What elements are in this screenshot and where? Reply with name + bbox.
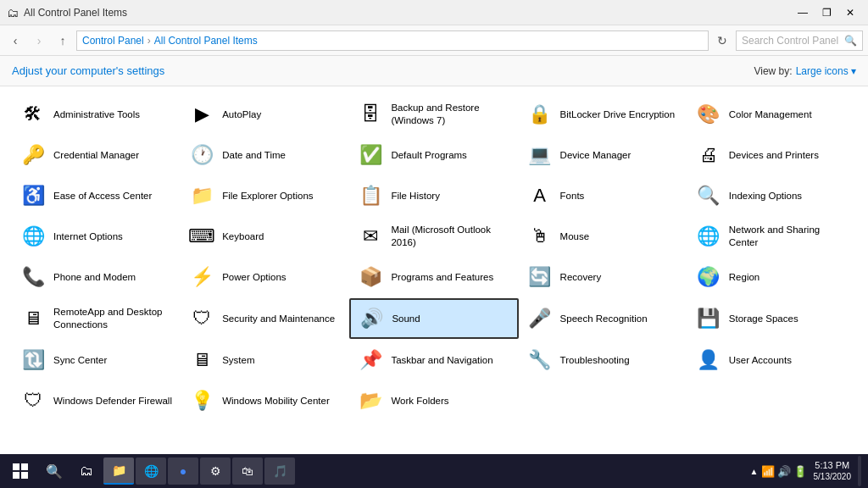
control-item-administrative-tools[interactable]: 🛠Administrative Tools (12, 95, 181, 134)
minimize-button[interactable]: — (792, 4, 814, 21)
path-control-panel[interactable]: Control Panel (82, 35, 144, 47)
up-button[interactable]: ↑ (53, 30, 73, 51)
store-taskbar[interactable]: 🛍 (232, 458, 263, 485)
work-folders-label: Work Folders (391, 395, 448, 408)
control-item-windows-mobility[interactable]: 💡Windows Mobility Center (181, 381, 349, 420)
control-item-internet-options[interactable]: 🌐Internet Options (12, 217, 181, 256)
address-bar: ‹ › ↑ Control Panel › All Control Panel … (0, 25, 868, 56)
windows-defender-label: Windows Defender Firewall (53, 395, 172, 408)
media-taskbar[interactable]: 🎵 (264, 458, 295, 485)
control-item-keyboard[interactable]: ⌨Keyboard (181, 217, 349, 256)
maximize-button[interactable]: ❐ (815, 4, 837, 21)
control-item-fonts[interactable]: AFonts (519, 176, 687, 215)
control-item-taskbar-nav[interactable]: 📌Taskbar and Navigation (349, 341, 518, 380)
tray-volume[interactable]: 🔊 (777, 465, 791, 478)
path-all-items[interactable]: All Control Panel Items (154, 35, 258, 47)
keyboard-label: Keyboard (222, 230, 264, 243)
view-by-value[interactable]: Large icons ▾ (796, 65, 856, 77)
device-manager-icon: 💻 (526, 141, 554, 169)
control-item-recovery[interactable]: 🔄Recovery (519, 258, 687, 297)
backup-restore-label: Backup and Restore (Windows 7) (391, 102, 510, 127)
control-item-network-sharing[interactable]: 🌐Network and Sharing Center (687, 217, 856, 256)
default-programs-label: Default Programs (391, 149, 466, 162)
phone-modem-icon: 📞 (19, 263, 47, 291)
control-item-storage-spaces[interactable]: 💾Storage Spaces (687, 298, 856, 339)
keyboard-icon: ⌨ (188, 223, 215, 250)
devices-printers-icon: 🖨 (695, 141, 722, 169)
control-item-ease-of-access[interactable]: ♿Ease of Access Center (12, 176, 181, 215)
control-item-troubleshooting[interactable]: 🔧Troubleshooting (519, 341, 687, 380)
start-button[interactable] (3, 456, 37, 486)
clock[interactable]: 5:13 PM 5/13/2020 (810, 460, 855, 481)
control-item-region[interactable]: 🌍Region (687, 258, 856, 297)
devices-printers-label: Devices and Printers (729, 149, 819, 162)
control-item-bitlocker[interactable]: 🔒BitLocker Drive Encryption (519, 95, 687, 134)
control-item-default-programs[interactable]: ✅Default Programs (349, 136, 518, 175)
mouse-icon: 🖱 (526, 223, 554, 250)
credential-manager-icon: 🔑 (19, 141, 47, 169)
view-by: View by: Large icons ▾ (754, 65, 856, 77)
control-item-security-maintenance[interactable]: 🛡Security and Maintenance (181, 298, 349, 339)
backup-restore-icon: 🗄 (357, 101, 384, 128)
administrative-tools-label: Administrative Tools (53, 108, 140, 121)
bitlocker-icon: 🔒 (526, 101, 554, 128)
control-item-sound[interactable]: 🔊Sound (349, 298, 518, 339)
control-item-speech-recognition[interactable]: 🎤Speech Recognition (519, 298, 687, 339)
search-taskbar-button[interactable]: 🔍 (39, 456, 70, 486)
window-icon: 🗂 (7, 6, 19, 19)
fonts-icon: A (526, 182, 554, 209)
search-icon: 🔍 (844, 35, 857, 47)
control-item-backup-restore[interactable]: 🗄Backup and Restore (Windows 7) (349, 95, 518, 134)
control-item-mouse[interactable]: 🖱Mouse (519, 217, 687, 256)
forward-button[interactable]: › (29, 30, 49, 51)
taskbar: 🔍 🗂 📁 🌐 ● ⚙ 🛍 🎵 ▲ 📶 🔊 🔋 5:13 PM 5/13/202… (0, 454, 868, 488)
region-label: Region (729, 271, 760, 284)
bitlocker-label: BitLocker Drive Encryption (560, 108, 676, 121)
show-desktop-button[interactable] (858, 456, 861, 486)
default-programs-icon: ✅ (357, 141, 384, 169)
control-item-file-history[interactable]: 📋File History (349, 176, 518, 215)
power-options-label: Power Options (222, 271, 286, 284)
file-history-icon: 📋 (357, 182, 384, 209)
settings-taskbar[interactable]: ⚙ (200, 458, 231, 485)
control-item-indexing[interactable]: 🔍Indexing Options (687, 176, 856, 215)
programs-features-label: Programs and Features (391, 271, 493, 284)
control-item-date-time[interactable]: 🕐Date and Time (181, 136, 349, 175)
control-item-work-folders[interactable]: 📂Work Folders (349, 381, 518, 420)
adjust-settings-text: Adjust your computer's settings (12, 64, 164, 77)
control-item-color-management[interactable]: 🎨Color Management (687, 95, 856, 134)
close-button[interactable]: ✕ (839, 4, 861, 21)
internet-options-icon: 🌐 (19, 223, 47, 250)
file-explorer-icon: 📁 (188, 182, 215, 209)
search-box[interactable]: Search Control Panel 🔍 (736, 30, 863, 51)
control-item-phone-modem[interactable]: 📞Phone and Modem (12, 258, 181, 297)
control-item-file-explorer[interactable]: 📁File Explorer Options (181, 176, 349, 215)
control-item-programs-features[interactable]: 📦Programs and Features (349, 258, 518, 297)
header-bar: Adjust your computer's settings View by:… (0, 56, 868, 86)
tray-arrow[interactable]: ▲ (750, 467, 759, 476)
control-item-device-manager[interactable]: 💻Device Manager (519, 136, 687, 175)
control-item-system[interactable]: 🖥System (181, 341, 349, 380)
control-item-sync-center[interactable]: 🔃Sync Center (12, 341, 181, 380)
control-item-windows-defender[interactable]: 🛡Windows Defender Firewall (12, 381, 181, 420)
troubleshooting-icon: 🔧 (526, 347, 554, 374)
start-icon (13, 463, 28, 479)
control-item-autoplay[interactable]: ▶AutoPlay (181, 95, 349, 134)
control-item-mail[interactable]: ✉Mail (Microsoft Outlook 2016) (349, 217, 518, 256)
control-item-power-options[interactable]: ⚡Power Options (181, 258, 349, 297)
edge-taskbar[interactable]: 🌐 (136, 458, 166, 485)
storage-spaces-label: Storage Spaces (729, 313, 798, 325)
chrome-taskbar[interactable]: ● (168, 458, 198, 485)
back-button[interactable]: ‹ (5, 30, 25, 51)
file-explorer-taskbar[interactable]: 📁 (103, 458, 134, 485)
mail-icon: ✉ (357, 223, 384, 250)
control-item-credential-manager[interactable]: 🔑Credential Manager (12, 136, 181, 175)
content-area: 🛠Administrative Tools▶AutoPlay🗄Backup an… (0, 86, 868, 454)
control-item-remoteapp[interactable]: 🖥RemoteApp and Desktop Connections (12, 298, 181, 339)
control-item-user-accounts[interactable]: 👤User Accounts (687, 341, 856, 380)
refresh-button[interactable]: ↻ (712, 30, 732, 51)
task-view-button[interactable]: 🗂 (71, 456, 102, 486)
indexing-icon: 🔍 (695, 182, 722, 209)
windows-mobility-icon: 💡 (188, 387, 215, 414)
control-item-devices-printers[interactable]: 🖨Devices and Printers (687, 136, 856, 175)
